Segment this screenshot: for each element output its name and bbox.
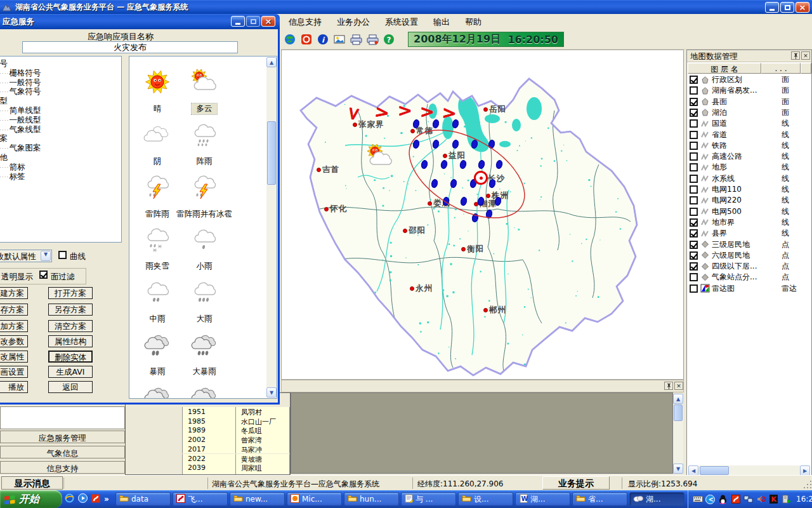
tree-item-1[interactable]: ····栅格符号	[0, 69, 121, 78]
dialog-button-left-1[interactable]: 存方案	[0, 304, 28, 316]
layer-checkbox[interactable]	[690, 131, 698, 139]
dialog-button-left-3[interactable]: 改参数	[0, 335, 28, 347]
scroll-up-icon[interactable]: ▲	[266, 57, 277, 67]
symbol-tree[interactable]: 符号····栅格符号····一般符号····气象符号线型····简单线型····…	[0, 56, 122, 243]
menu-item-3[interactable]: 输出	[426, 15, 457, 30]
tree-item-2[interactable]: ····一般符号	[0, 78, 121, 88]
dialog-minimize-button[interactable]	[231, 16, 245, 27]
layer-checkbox[interactable]	[690, 98, 698, 106]
quick-launch-more-icon[interactable]: »	[104, 495, 109, 504]
task-button-7[interactable]: W湖...	[515, 492, 570, 506]
layer-checkbox[interactable]	[690, 175, 698, 183]
globe-icon[interactable]	[284, 33, 296, 46]
resize-grip[interactable]	[802, 481, 811, 490]
tree-item-7[interactable]: ····气象线型	[0, 125, 121, 135]
default-property-dropdown[interactable]: 改默认属性 ▼	[0, 250, 52, 262]
table-row[interactable]: 2017马家冲	[126, 444, 290, 454]
layer-row-13[interactable]: 地市界线	[688, 217, 811, 228]
tree-item-9[interactable]: ····气象图案	[0, 144, 121, 153]
weather-icon-storm3[interactable]	[190, 385, 219, 399]
weather-icon-rain3[interactable]	[190, 279, 219, 306]
weather-icon-storm2[interactable]	[143, 385, 172, 399]
dialog-button-left-6[interactable]: 播放	[0, 381, 28, 393]
table-row[interactable]: 1985水口山一厂	[126, 417, 290, 426]
menu-item-0[interactable]: 信息支持	[281, 15, 329, 30]
close-panel-icon[interactable]: ✕	[801, 51, 810, 60]
project-name-input[interactable]	[22, 41, 238, 53]
map-canvas[interactable]: 张家界岳阳常德吉首益阳长沙株洲湘潭娄底怀化邵阳衡阳永州郴州>>>>>	[281, 50, 684, 380]
media-icon[interactable]	[78, 493, 88, 505]
tree-item-5[interactable]: ····简单线型	[0, 106, 121, 116]
weather-icon-tstorm[interactable]	[143, 175, 172, 201]
layer-checkbox[interactable]	[690, 163, 698, 171]
printer2-icon[interactable]	[366, 33, 379, 46]
task-button-1[interactable]: 飞...	[173, 492, 228, 506]
menu-item-4[interactable]: 帮助	[457, 15, 489, 30]
weather-icon-shower[interactable]	[190, 122, 219, 149]
scroll-right-icon[interactable]: ▶	[800, 465, 810, 476]
layer-checkbox[interactable]	[690, 251, 698, 260]
dialog-titlebar[interactable]: 应急服务 ×	[0, 14, 280, 29]
layer-checkbox[interactable]	[690, 152, 698, 161]
dialog-button-right-6[interactable]: 返回	[48, 381, 93, 393]
station-table[interactable]: 1951凤羽村1985水口山一厂1989冬瓜咀2002曾家湾2017马家冲202…	[125, 392, 291, 475]
server-tray-icon[interactable]	[781, 494, 792, 505]
weather-icon-tstorm[interactable]	[190, 175, 219, 201]
weather-label[interactable]: 多云	[192, 104, 217, 114]
pin-icon[interactable]	[664, 382, 673, 390]
tree-item-12[interactable]: ····标签	[0, 172, 121, 182]
curve-checkbox[interactable]	[58, 251, 67, 259]
layer-checkbox[interactable]	[690, 142, 698, 150]
menu-item-1[interactable]: 业务办公	[329, 15, 377, 30]
face-filter-checkbox[interactable]	[39, 271, 48, 279]
scroll-left-icon[interactable]: ◀	[688, 465, 698, 476]
tree-item-6[interactable]: ····一般线型	[0, 116, 121, 125]
table-row[interactable]: 2002曾家湾	[126, 435, 290, 444]
printer-icon[interactable]	[350, 33, 362, 46]
v-scroll-thumb[interactable]	[267, 121, 276, 185]
layer-checkbox[interactable]	[690, 185, 698, 194]
layer-checkbox[interactable]	[690, 284, 698, 293]
scroll-down-icon[interactable]: ▼	[266, 387, 277, 398]
layer-row-0[interactable]: 行政区划面	[688, 74, 811, 85]
layer-row-15[interactable]: 三级居民地点	[688, 239, 811, 250]
network-tray-icon[interactable]	[743, 494, 754, 505]
weather-icon-storm2[interactable]	[143, 332, 172, 359]
layer-checkbox[interactable]	[690, 229, 698, 237]
layer-row-14[interactable]: 县界线	[688, 228, 811, 239]
task-button-4[interactable]: hun...	[344, 492, 399, 506]
kaspersky-tray-icon[interactable]: K	[768, 494, 779, 505]
weather-label[interactable]: 雷阵雨并有冰雹	[166, 209, 242, 220]
weather-icon-sun-cloud[interactable]	[190, 69, 219, 96]
table-row[interactable]: 2039周家咀	[126, 463, 290, 472]
layer-checkbox[interactable]	[690, 262, 698, 271]
layer-row-16[interactable]: 六级居民地点	[688, 250, 811, 261]
task-button-2[interactable]: new...	[230, 492, 285, 506]
task-button-9[interactable]: 湖...	[629, 492, 684, 506]
tree-item-4[interactable]: 线型	[0, 97, 121, 106]
table-row[interactable]: 1989冬瓜咀	[126, 425, 290, 435]
dialog-button-left-4[interactable]: 改属性	[0, 351, 28, 363]
weather-label[interactable]: 大暴雨	[166, 366, 242, 377]
keyboard-tray-icon[interactable]	[692, 494, 703, 505]
show-message-button[interactable]: 显示消息	[1, 476, 63, 490]
layer-checkbox[interactable]	[690, 76, 698, 84]
layer-checkbox[interactable]	[690, 208, 698, 216]
tree-item-10[interactable]: 其他	[0, 153, 121, 163]
tree-item-11[interactable]: ····箭标	[0, 163, 121, 172]
dialog-maximize-button[interactable]	[246, 16, 260, 27]
scroll-down-icon[interactable]: ▼	[673, 464, 683, 474]
chevron-down-icon[interactable]: ▼	[41, 251, 51, 261]
layer-row-10[interactable]: 电网110线	[688, 184, 811, 195]
table-row[interactable]: 1951凤羽村	[126, 407, 290, 417]
dialog-button-right-0[interactable]: 打开方案	[48, 287, 93, 299]
layer-row-1[interactable]: 湖南省易发...面	[688, 85, 811, 96]
dialog-button-right-2[interactable]: 清空方案	[48, 320, 93, 332]
ie-icon[interactable]	[65, 493, 74, 505]
weather-label[interactable]: 晴	[129, 104, 195, 114]
minimize-button[interactable]	[765, 2, 779, 13]
weather-icon-sleet[interactable]	[143, 227, 172, 253]
start-button[interactable]: 开始	[0, 490, 62, 508]
dialog-close-button[interactable]: ×	[261, 16, 275, 27]
menu-item-2[interactable]: 系统设置	[377, 15, 426, 30]
